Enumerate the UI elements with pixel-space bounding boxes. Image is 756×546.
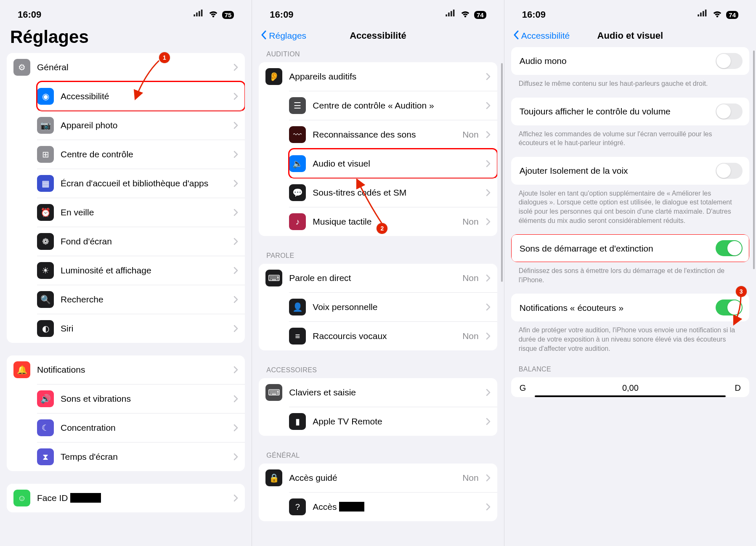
- row-vocal-shortcuts[interactable]: ≡Raccourcis vocauxNon: [289, 321, 497, 350]
- back-button[interactable]: Accessibilité: [513, 30, 570, 42]
- row-search[interactable]: 🔍Recherche: [37, 285, 245, 314]
- row-label: Toujours afficher le contrôle du volume: [520, 106, 709, 117]
- row-siri[interactable]: ◐Siri: [37, 314, 245, 343]
- wifi-icon: [459, 8, 471, 22]
- row-personal-voice[interactable]: 👤Voix personnelle: [289, 292, 497, 321]
- row-live-speech[interactable]: ⌨Parole en directNon: [259, 264, 497, 292]
- row-audio-visual[interactable]: 🔈Audio et visuel: [289, 149, 497, 178]
- back-button[interactable]: Réglages: [260, 30, 306, 42]
- row-ajouter-isolement-de-la-voix[interactable]: Ajouter Isolement de la voix: [511, 157, 749, 185]
- page-title: Audio et visuel: [597, 30, 663, 41]
- row-label: Appareil photo: [61, 120, 226, 130]
- status-icons: 74: [697, 8, 738, 22]
- row-toujours-afficher-le-contr-le-du-volume[interactable]: Toujours afficher le contrôle du volume: [511, 98, 749, 125]
- audio-visual-icon: 🔈: [289, 155, 306, 172]
- row-label: Fond d'écran: [61, 236, 226, 246]
- row-cc-hearing[interactable]: ☰Centre de contrôle « Audition »: [289, 91, 497, 120]
- chevron-right-icon: [233, 122, 238, 129]
- row-label: Accessibilité: [61, 91, 226, 101]
- row-wallpaper[interactable]: ❁Fond d'écran: [37, 227, 245, 256]
- row-subtitles[interactable]: 💬Sous-titres codés et SM: [289, 178, 497, 207]
- row-label: Raccourcis vocaux: [313, 331, 456, 341]
- row-notifications-couteurs-[interactable]: Notifications « écouteurs »: [511, 294, 749, 321]
- subtitles-icon: 💬: [289, 184, 306, 201]
- row-standby[interactable]: ⏰En veille: [37, 198, 245, 227]
- row-label: Sous-titres codés et SM: [313, 187, 478, 198]
- guided-icon: 🔒: [265, 469, 282, 486]
- row-guided[interactable]: 🔒Accès guidéNon: [259, 464, 497, 492]
- toggle-switch[interactable]: [716, 300, 743, 315]
- row-notifications[interactable]: 🔔Notifications: [7, 355, 245, 384]
- row-label: Voix personnelle: [313, 302, 478, 312]
- row-control-center[interactable]: ⊞Centre de contrôle: [37, 140, 245, 169]
- settings-group-2: 🔔Notifications🔊Sons et vibrations☾Concen…: [7, 355, 245, 471]
- row-keyboards[interactable]: ⌨Claviers et saisie: [259, 378, 497, 407]
- signal-icon: [193, 8, 204, 22]
- row-label: Général: [37, 62, 226, 72]
- toggle-switch[interactable]: [716, 53, 743, 69]
- siri-icon: ◐: [37, 320, 54, 337]
- row-audio-mono[interactable]: Audio mono: [511, 47, 749, 75]
- panel-audio-visual: 16:09 74 Accessibilité Audio et visuel A…: [504, 0, 756, 546]
- panel-accessibility: 16:09 74 Réglages Accessibilité AUDITION…: [252, 0, 504, 546]
- chevron-right-icon: [233, 366, 238, 374]
- back-label: Accessibilité: [521, 31, 570, 41]
- accessibility-icon: ◉: [37, 88, 54, 105]
- row-music-haptics[interactable]: ♪Musique tactileNon: [289, 207, 497, 236]
- status-icons: 75: [193, 8, 234, 22]
- row-value: Non: [462, 473, 479, 483]
- row-screen-time[interactable]: ⧗Temps d'écran: [37, 442, 245, 471]
- balance-slider[interactable]: [535, 395, 726, 397]
- chevron-left-icon: [513, 30, 520, 42]
- row-accessibility[interactable]: ◉Accessibilité: [37, 82, 245, 111]
- row-camera[interactable]: 📷Appareil photo: [37, 111, 245, 140]
- row-display[interactable]: ☀Luminosité et affichage: [37, 256, 245, 285]
- annotation-marker-1: 1: [159, 52, 170, 63]
- row-label: Parole en direct: [289, 273, 456, 283]
- live-speech-icon: ⌨: [265, 270, 282, 286]
- toggle-switch[interactable]: [716, 103, 743, 119]
- row-hearing[interactable]: 👂Appareils auditifs: [259, 62, 497, 91]
- row-help[interactable]: ?Accès d'aide: [289, 492, 497, 521]
- row-home-screen[interactable]: ▦Écran d'accueil et bibliothèque d'apps: [37, 169, 245, 198]
- voice-iso-group: Ajouter Isolement de la voix: [511, 157, 749, 185]
- settings-group-1: ⚙Général◉Accessibilité📷Appareil photo⊞Ce…: [7, 53, 245, 343]
- chevron-right-icon: [233, 151, 238, 158]
- help-icon: ?: [289, 498, 306, 515]
- audition-group: 👂Appareils auditifs☰Centre de contrôle «…: [259, 62, 497, 236]
- scroll-indicator: [501, 63, 503, 282]
- section-header-accessoires: ACCESSOIRES: [258, 363, 498, 378]
- row-faceid[interactable]: ☺Face ID et code: [7, 484, 245, 512]
- gear-icon: ⚙: [13, 59, 30, 76]
- chevron-right-icon: [485, 131, 491, 138]
- control-center-icon: ⊞: [37, 146, 54, 163]
- row-label: Écran d'accueil et bibliothèque d'apps: [61, 178, 226, 188]
- row-appletv[interactable]: ▮Apple TV Remote: [289, 407, 497, 436]
- sound-rec-icon: 〰: [289, 126, 306, 143]
- row-focus[interactable]: ☾Concentration: [37, 413, 245, 442]
- wifi-icon: [711, 8, 723, 22]
- voice-iso-footer: Ajoute Isoler en tant qu'option suppléme…: [510, 185, 750, 234]
- toggle-switch[interactable]: [716, 240, 743, 256]
- status-time: 16:09: [522, 9, 546, 20]
- vocal-shortcuts-icon: ≡: [289, 328, 306, 345]
- chevron-right-icon: [485, 303, 491, 311]
- page-title: Accessibilité: [350, 30, 406, 41]
- row-sound-rec[interactable]: 〰Reconnaissance des sonsNon: [289, 120, 497, 149]
- row-sounds[interactable]: 🔊Sons et vibrations: [37, 384, 245, 413]
- row-sons-de-d-marrage-et-d-extinction[interactable]: Sons de démarrage et d'extinction: [511, 234, 749, 262]
- parole-group: ⌨Parole en directNon👤Voix personnelle≡Ra…: [259, 264, 497, 350]
- volume-footer: Affichez les commandes de volume sur l'é…: [510, 125, 750, 157]
- signal-icon: [445, 8, 456, 22]
- row-gear[interactable]: ⚙Général: [7, 53, 245, 82]
- status-time: 16:09: [18, 9, 41, 20]
- panel-settings: 16:09 75 Réglages ⚙Général◉Accessibilité…: [0, 0, 252, 546]
- toggle-switch[interactable]: [716, 163, 743, 179]
- balance-left-label: G: [520, 383, 526, 393]
- volume-group: Toujours afficher le contrôle du volume: [511, 98, 749, 125]
- row-label: Apple TV Remote: [313, 416, 478, 427]
- row-label: Siri: [61, 323, 226, 334]
- chevron-right-icon: [485, 503, 491, 511]
- headphone-notif-footer: Afin de protéger votre audition, l'iPhon…: [510, 321, 750, 362]
- headphone-notif-group: Notifications « écouteurs »: [511, 294, 749, 321]
